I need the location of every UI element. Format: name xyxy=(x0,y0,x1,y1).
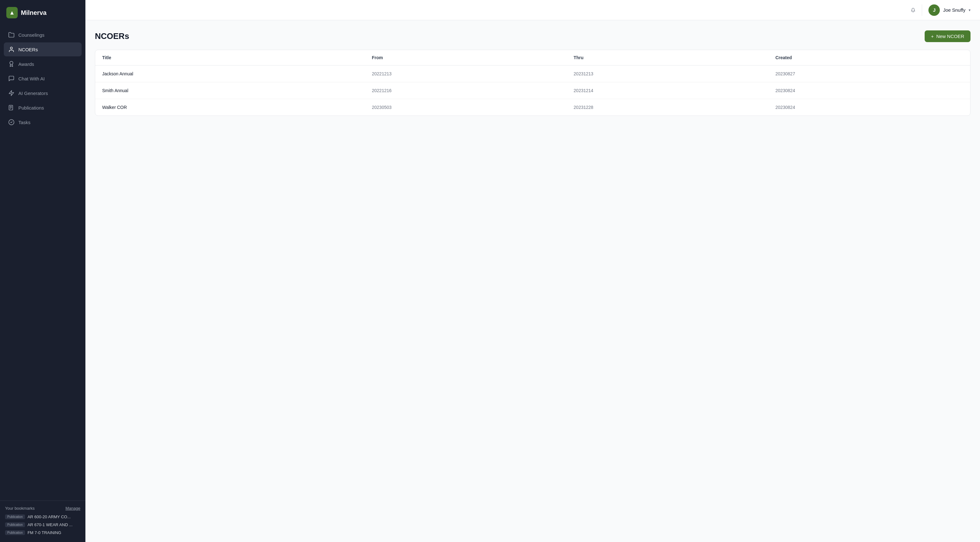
row-from-0: 20221213 xyxy=(365,65,567,82)
check-icon xyxy=(8,119,14,125)
bookmark-tag-0: Publication xyxy=(5,515,25,519)
col-header-title: Title xyxy=(95,50,365,65)
bolt-icon xyxy=(8,90,14,96)
ncoers-table: Title From Thru Created Jackson Annual 2… xyxy=(95,50,970,116)
bookmark-text-0: AR 600-20 ARMY CO... xyxy=(27,515,70,519)
new-ncoer-button[interactable]: + New NCOER xyxy=(924,30,970,42)
bookmark-item-2[interactable]: Publication FM 7-0 TRAINING xyxy=(5,530,80,535)
chevron-down-icon: ▾ xyxy=(969,8,970,12)
table-body: Jackson Annual 20221213 20231213 2023082… xyxy=(95,65,970,116)
sidebar-item-ai-generators-label: AI Generators xyxy=(18,91,48,96)
chat-icon xyxy=(8,75,14,82)
table-header-row: Title From Thru Created xyxy=(95,50,970,65)
sidebar-item-tasks[interactable]: Tasks xyxy=(4,115,82,129)
award-icon xyxy=(8,61,14,67)
document-icon xyxy=(8,104,14,111)
col-header-created: Created xyxy=(768,50,970,65)
user-menu[interactable]: J Joe Snuffy ▾ xyxy=(928,5,970,16)
sidebar-item-awards[interactable]: Awards xyxy=(4,57,82,71)
sidebar-item-ncoers[interactable]: NCOERs xyxy=(4,42,82,56)
sidebar-item-tasks-label: Tasks xyxy=(18,120,30,125)
row-from-2: 20230503 xyxy=(365,99,567,116)
sidebar-item-counselings-label: Counselings xyxy=(18,32,45,38)
notifications-bell[interactable] xyxy=(911,5,922,16)
row-thru-2: 20231228 xyxy=(566,99,768,116)
col-header-thru: Thru xyxy=(566,50,768,65)
sidebar-item-publications[interactable]: Publications xyxy=(4,101,82,115)
row-title-2: Walker COR xyxy=(95,99,365,116)
row-title-1: Smith Annual xyxy=(95,82,365,99)
bookmark-tag-2: Publication xyxy=(5,530,25,535)
row-from-1: 20221216 xyxy=(365,82,567,99)
sidebar-item-publications-label: Publications xyxy=(18,105,44,110)
row-created-0: 20230827 xyxy=(768,65,970,82)
user-name: Joe Snuffy xyxy=(943,7,966,13)
sidebar-nav: Counselings NCOERs Awards xyxy=(0,26,86,498)
row-title-0: Jackson Annual xyxy=(95,65,365,82)
top-header: J Joe Snuffy ▾ xyxy=(86,0,980,20)
bookmark-item-0[interactable]: Publication AR 600-20 ARMY CO... xyxy=(5,515,80,519)
avatar: J xyxy=(928,5,940,16)
row-created-2: 20230824 xyxy=(768,99,970,116)
bookmark-item-1[interactable]: Publication AR 670-1 WEAR AND ... xyxy=(5,522,80,527)
sidebar-item-chat-ai[interactable]: Chat With AI xyxy=(4,72,82,86)
row-thru-0: 20231213 xyxy=(566,65,768,82)
folder-icon xyxy=(8,32,14,38)
row-created-1: 20230824 xyxy=(768,82,970,99)
page-header: NCOERs + New NCOER xyxy=(95,30,970,42)
app-logo: ▲ Milnerva xyxy=(0,0,86,26)
main-area: J Joe Snuffy ▾ NCOERs + New NCOER Title … xyxy=(86,0,980,542)
manage-bookmarks-link[interactable]: Manage xyxy=(65,506,80,511)
bookmarks-title: Your bookmarks xyxy=(5,506,35,511)
sidebar-item-awards-label: Awards xyxy=(18,61,34,67)
sidebar-item-chat-ai-label: Chat With AI xyxy=(18,76,45,81)
col-header-from: From xyxy=(365,50,567,65)
svg-marker-2 xyxy=(9,91,14,96)
bookmark-text-1: AR 670-1 WEAR AND ... xyxy=(27,522,72,527)
sidebar: ▲ Milnerva Counselings NCOERs xyxy=(0,0,86,542)
sidebar-item-counselings[interactable]: Counselings xyxy=(4,28,82,42)
logo-icon: ▲ xyxy=(6,7,18,18)
bookmarks-header: Your bookmarks Manage xyxy=(5,506,80,511)
app-name: Milnerva xyxy=(21,9,46,16)
table-row[interactable]: Walker COR 20230503 20231228 20230824 xyxy=(95,99,970,116)
person-icon xyxy=(8,46,14,53)
bookmarks-section: Your bookmarks Manage Publication AR 600… xyxy=(0,501,86,542)
plus-icon: + xyxy=(931,33,934,39)
sidebar-item-ncoers-label: NCOERs xyxy=(18,47,38,52)
page-content: NCOERs + New NCOER Title From Thru Creat… xyxy=(86,20,980,542)
sidebar-item-ai-generators[interactable]: AI Generators xyxy=(4,86,82,100)
table-row[interactable]: Smith Annual 20221216 20231214 20230824 xyxy=(95,82,970,99)
bookmark-tag-1: Publication xyxy=(5,522,25,527)
page-title: NCOERs xyxy=(95,31,129,41)
bookmark-text-2: FM 7-0 TRAINING xyxy=(27,530,61,535)
new-ncoer-label: New NCOER xyxy=(936,33,964,39)
svg-point-0 xyxy=(10,47,13,49)
table-row[interactable]: Jackson Annual 20221213 20231213 2023082… xyxy=(95,65,970,82)
ncoers-table-container: Title From Thru Created Jackson Annual 2… xyxy=(95,50,970,116)
table-header: Title From Thru Created xyxy=(95,50,970,65)
row-thru-1: 20231214 xyxy=(566,82,768,99)
